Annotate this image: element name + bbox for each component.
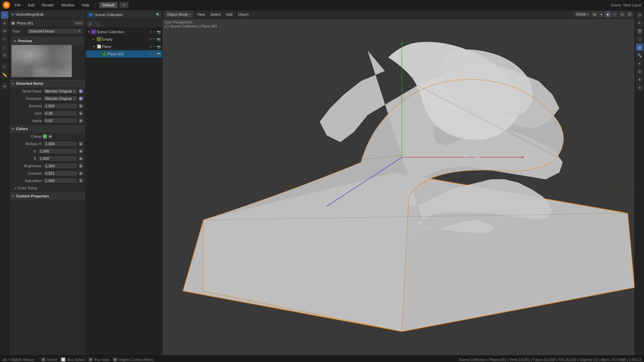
- type-value-text: Distorted Noise: [29, 29, 54, 33]
- type-value-dropdown[interactable]: Distorted Noise ▾: [27, 28, 83, 34]
- viewport-view-menu[interactable]: View: [195, 12, 207, 17]
- overlay-btn[interactable]: ⊙: [619, 11, 625, 17]
- multiply-r-field[interactable]: 1.000: [43, 141, 77, 147]
- plane001-vis-render-icon[interactable]: 📷: [157, 52, 161, 56]
- saturation-field[interactable]: 1.000: [43, 178, 77, 184]
- workspace-tab-add[interactable]: +: [119, 2, 128, 8]
- viewport-object-menu[interactable]: Object: [236, 12, 251, 17]
- colors-header[interactable]: ▼ Colors: [9, 125, 86, 133]
- wireframe-btn[interactable]: ⊞: [592, 11, 598, 17]
- pan-label: Pan View: [94, 358, 110, 362]
- physics-props-icon[interactable]: ◈: [636, 84, 643, 91]
- g-field[interactable]: 1.000: [38, 148, 77, 154]
- b-dot[interactable]: ●: [79, 157, 83, 161]
- distortion-dot[interactable]: ●: [79, 97, 83, 101]
- viewport-3d[interactable]: Object Mode ▾ View Select Add Object Glo…: [162, 10, 635, 355]
- menu-render[interactable]: Render: [39, 2, 57, 8]
- tool-move-icon[interactable]: ✥: [1, 27, 8, 35]
- menu-edit[interactable]: Edit: [25, 2, 37, 8]
- plane-name: Plane: [102, 45, 149, 49]
- contrast-field[interactable]: 0.521: [43, 170, 77, 176]
- saturation-dot[interactable]: ●: [79, 179, 83, 183]
- nabla-field[interactable]: 0.03: [43, 118, 77, 124]
- amount-dot[interactable]: ●: [79, 104, 83, 108]
- outliner-plane001-item[interactable]: ▸ △ Plane.001 👁 ↖ 📷: [86, 50, 162, 58]
- vis-select-icon[interactable]: ↖: [153, 30, 156, 34]
- tool-cursor-icon[interactable]: ⊕: [1, 19, 8, 27]
- particles-props-icon[interactable]: ★: [636, 76, 643, 83]
- rendered-btn[interactable]: ○: [612, 11, 618, 17]
- clamp-checkbox[interactable]: ✓: [43, 134, 47, 138]
- material-preview-btn[interactable]: ◐: [605, 11, 611, 17]
- shading-arrow: ▾: [587, 13, 588, 16]
- size-dot[interactable]: ●: [79, 111, 83, 115]
- workspace-tab-default[interactable]: Default: [99, 2, 118, 8]
- tool-rotate-icon[interactable]: ↻: [1, 36, 8, 43]
- scene-props-icon[interactable]: 🎬: [636, 27, 643, 35]
- tool-select-icon[interactable]: ↖: [1, 11, 8, 19]
- material-props-icon[interactable]: ●: [636, 60, 643, 67]
- outliner-scene-collection[interactable]: ▼ ⬡ Scene Collection 👁 ↖ 📷: [86, 28, 162, 36]
- noise-basis-dot[interactable]: ●: [79, 89, 83, 93]
- brightness-field[interactable]: 1.264: [43, 163, 77, 169]
- outliner-filter-btn[interactable]: ⊞: [87, 21, 93, 27]
- modifier-props-icon[interactable]: 🔧: [636, 52, 643, 59]
- noise-basis-dropdown[interactable]: Blender Original ▾: [43, 88, 77, 94]
- contrast-value: 0.521: [45, 171, 55, 175]
- nabla-dot[interactable]: ●: [79, 119, 83, 123]
- distortion-dropdown[interactable]: Blender Original ▾: [43, 96, 77, 102]
- empty-vis-render-icon[interactable]: 📷: [157, 38, 161, 41]
- vis-eye-icon[interactable]: 👁: [149, 30, 153, 34]
- plane001-vis-select-icon[interactable]: ↖: [153, 52, 156, 56]
- solid-btn[interactable]: ●: [598, 11, 604, 17]
- size-field[interactable]: 0.38: [43, 110, 77, 116]
- outliner-empty-item[interactable]: ▸ ⬡ Empty 👁 ↖ 📷: [86, 36, 162, 43]
- clamp-dot[interactable]: ●: [48, 134, 52, 138]
- menu-window[interactable]: Window: [59, 2, 77, 8]
- contrast-dot[interactable]: ●: [79, 171, 83, 175]
- custom-properties-arrow: ▼: [11, 194, 15, 198]
- amount-field[interactable]: 1.000: [43, 103, 77, 109]
- viewport-select-menu[interactable]: Select: [208, 12, 223, 17]
- outliner-sort-btn[interactable]: ↕: [94, 21, 100, 27]
- custom-properties-header[interactable]: ▼ Custom Properties: [9, 192, 86, 200]
- xray-btn[interactable]: ☰: [627, 11, 633, 17]
- color-ramp-label[interactable]: Color Ramp: [18, 186, 38, 190]
- tool-measure-icon[interactable]: 📏: [1, 71, 8, 78]
- outliner-plane-item[interactable]: ▼ ⬜ Plane 👁 ↖ 📷: [86, 43, 162, 50]
- brightness-dot[interactable]: ●: [79, 164, 83, 168]
- obj-props-icon[interactable]: ▦: [636, 44, 643, 51]
- object-header: ⊞ VertexWeightEdit: [9, 10, 86, 19]
- view-layer-label: View Layer: [623, 3, 641, 7]
- plane-vis-render-icon[interactable]: 📷: [157, 45, 161, 49]
- plane001-vis-eye-icon[interactable]: 👁: [149, 52, 153, 56]
- tool-add-icon[interactable]: ⊕: [1, 82, 8, 90]
- box-select-key: ⬜: [60, 357, 66, 362]
- viewport-add-menu[interactable]: Add: [224, 12, 235, 17]
- menu-file[interactable]: File: [12, 2, 23, 8]
- world-props-icon[interactable]: ⬡: [636, 36, 643, 43]
- object-mode-dropdown[interactable]: Object Mode ▾: [164, 11, 194, 18]
- size-row: Size 0.38 ●: [9, 110, 86, 117]
- distorted-noise-header[interactable]: ▼ Distorted Noise: [9, 79, 86, 87]
- menu-help[interactable]: Help: [79, 2, 92, 8]
- plane-vis-select-icon[interactable]: ↖: [153, 45, 156, 49]
- color-ramp-arrow[interactable]: ▸: [15, 186, 16, 190]
- plane-vis-eye-icon[interactable]: 👁: [149, 45, 153, 49]
- g-dot[interactable]: ●: [79, 149, 83, 153]
- b-row: B 1.000 ●: [9, 155, 86, 162]
- view-icon[interactable]: 👁: [636, 19, 643, 27]
- multiply-r-dot[interactable]: ●: [79, 142, 83, 146]
- shading-dropdown[interactable]: Global ▾: [574, 12, 590, 17]
- tool-scale-icon[interactable]: ⤢: [1, 44, 8, 51]
- preview-header[interactable]: ▼ Preview: [11, 37, 84, 45]
- tool-annotate-icon[interactable]: ✏: [1, 63, 8, 70]
- b-field[interactable]: 1.000: [38, 156, 77, 162]
- empty-vis-select-icon[interactable]: ↖: [153, 38, 156, 41]
- tools-icon[interactable]: ⚙: [636, 11, 643, 19]
- texture-props-icon[interactable]: ⊞: [636, 68, 643, 75]
- tool-transform-icon[interactable]: ⊞: [1, 52, 8, 59]
- empty-vis-eye-icon[interactable]: 👁: [149, 38, 153, 41]
- outliner-search-icon[interactable]: 🔍: [156, 13, 160, 16]
- vis-render-icon[interactable]: 📷: [157, 30, 161, 34]
